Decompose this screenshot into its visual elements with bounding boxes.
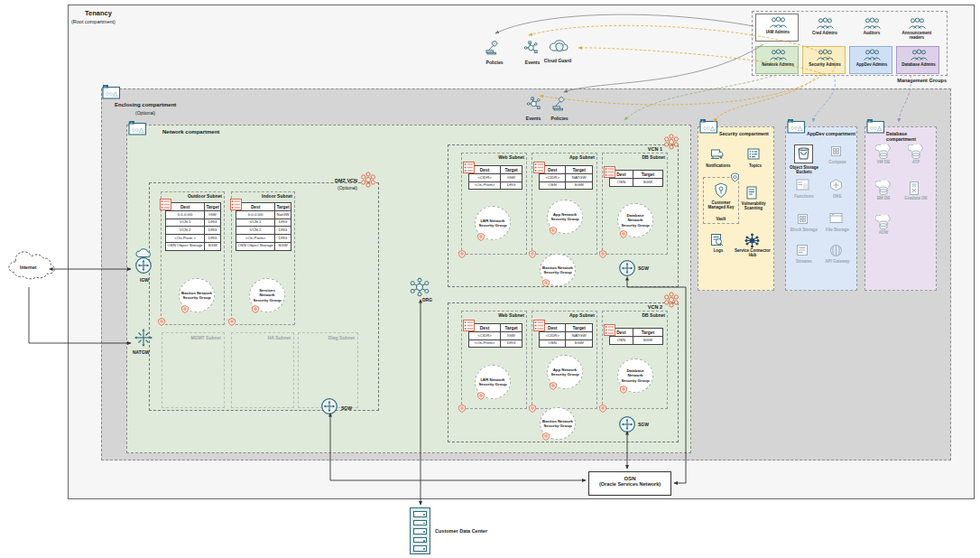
enclosing-title: Enclosing compartment — [115, 102, 176, 107]
route-table-cell: NATGW — [566, 174, 593, 182]
vcn-title: VCN 2 — [632, 304, 662, 310]
security-list-shield-icon — [477, 233, 485, 241]
svg-text:○○△: ○○△ — [703, 125, 715, 131]
route-table-row: OSNSGW — [610, 337, 663, 345]
service-icon — [829, 212, 843, 224]
service-item-label: Functions — [786, 194, 822, 199]
route-table-cell: SGW — [566, 181, 593, 190]
svg-text:○○△: ○○△ — [790, 125, 802, 131]
osn-box: OSN (Oracle Services Network) — [588, 471, 671, 496]
management-group-label: Network Admins — [756, 62, 800, 67]
security-list-shield-icon — [228, 318, 236, 326]
route-table-cell: VCN 1 — [166, 219, 205, 227]
route-table-cell: DRG — [275, 235, 291, 243]
service-icon — [875, 181, 892, 196]
route-table-cell: <On-Prem> — [236, 235, 275, 243]
route-table-row: VCN 1DRG — [166, 219, 221, 227]
enclosing-subtitle: (Optional) — [135, 110, 155, 116]
route-table-cell: SGW — [205, 242, 221, 250]
sgw-label: SGW — [638, 422, 649, 427]
route-table-cell: OSN — [610, 179, 633, 187]
management-group-database-admins: Database Admins — [896, 46, 939, 74]
service-icon — [796, 244, 809, 256]
sgw-label: SGW — [638, 265, 649, 271]
route-table-cell: <CIDR> — [540, 174, 566, 182]
route-table: DestTarget<CIDR>NATGWOSNSGW — [539, 323, 593, 348]
route-table-cell: 0.0.0.0/0 — [236, 211, 275, 219]
route-table-cell: <CIDR> — [469, 174, 501, 182]
people-group-icon — [910, 49, 929, 61]
igw-label: IGW — [140, 277, 149, 283]
route-table-row: VCN 1DRG — [236, 219, 291, 227]
osn-subtitle: (Oracle Services Network) — [589, 481, 670, 487]
route-table: DestTarget<CIDR>IGW<On-Prem>DRG — [468, 323, 522, 348]
management-group-security-admins: Security Admins — [802, 46, 846, 74]
route-table-cell: DRG — [205, 227, 221, 235]
route-table-row: <CIDR>IGW — [469, 332, 522, 340]
route-table-cell: <On-Prem> — [469, 181, 501, 190]
rack-led — [423, 548, 425, 550]
route-table-cell: IGW — [501, 332, 522, 340]
route-table-row: <On-Prem>DRG — [236, 235, 291, 243]
people-group-icon — [816, 17, 835, 30]
route-table-cell: <On-Prem > — [166, 235, 205, 243]
cloud-guard-icon — [549, 39, 570, 54]
events-icon — [523, 41, 539, 55]
route-table-header: Target — [205, 203, 221, 211]
nat-gateway-icon — [134, 328, 153, 348]
people-group-icon — [769, 49, 788, 61]
service-item-label: File Storage — [819, 228, 855, 232]
database-compartment-title: Database compartment — [886, 131, 935, 142]
rack-slot — [413, 537, 427, 544]
security-list-shield-icon — [599, 250, 606, 258]
svg-text:○○△: ○○△ — [132, 126, 143, 133]
route-table-row: <On-Prem >DRG — [166, 235, 221, 243]
service-item-label: Topics — [737, 163, 773, 168]
rack-slot — [413, 545, 427, 552]
route-table-icon — [604, 166, 615, 178]
route-table-cell: NATGW — [566, 332, 593, 340]
route-table-row: OSNSGW — [610, 179, 663, 187]
service-icon — [875, 215, 892, 230]
service-icon — [829, 144, 843, 158]
route-table-row: OSN Object StorageSGW — [166, 242, 221, 250]
management-group-label: Security Admins — [803, 62, 846, 67]
subnet-box-empty — [231, 332, 294, 408]
key-icon — [714, 182, 728, 199]
management-group-iam-admins: IAM Admins — [755, 14, 799, 42]
service-item-label: Customer Managed Key — [705, 200, 737, 209]
management-group-cred-admins: Cred Admins — [803, 15, 846, 43]
customer-data-center-label: Customer Data Center — [435, 528, 487, 534]
route-table-cell: VCN 1 — [236, 219, 275, 227]
route-table-cell: OSN — [540, 181, 566, 190]
route-table-icon — [463, 320, 475, 331]
security-list-shield-icon — [477, 392, 485, 400]
dmz-vcn-subtitle: (Optional) — [318, 185, 357, 191]
compartment-icon: +○○△ — [128, 120, 147, 135]
rack-slot — [413, 520, 427, 526]
management-group-label: AppDev Admins — [850, 62, 893, 67]
security-list-shield-icon — [458, 250, 466, 258]
vcn-icon — [359, 172, 377, 188]
service-item-label: API Gateway — [819, 259, 855, 264]
route-table-cell: IGW — [501, 174, 522, 182]
management-group-appdev-admins: AppDev Admins — [849, 46, 892, 74]
vault-label: Vault — [703, 217, 739, 221]
compartment-icon: +○○△ — [787, 118, 806, 134]
management-group-label: Cred Admins — [803, 31, 846, 35]
service-icon — [794, 144, 813, 163]
vcn-title: VCN 1 — [632, 146, 662, 152]
route-table-cell: SGW — [633, 179, 662, 187]
rack-slot — [413, 511, 427, 517]
route-table-row: OSNSGW — [540, 339, 593, 348]
diagram-canvas: Tenancy (Root compartment) +○○△ Enclosin… — [0, 0, 980, 558]
route-table-row: <On-Prem>DRG — [469, 339, 522, 348]
rack-led — [423, 514, 425, 516]
subnet-label: App Subnet — [533, 154, 595, 160]
service-icon — [829, 179, 843, 191]
route-table-row: <CIDR>NATGW — [540, 332, 593, 340]
service-item-label: Block Storage — [786, 228, 822, 232]
route-table-cell: DRG — [205, 235, 221, 243]
svg-text:○○△: ○○△ — [870, 125, 882, 131]
people-group-icon — [816, 49, 835, 61]
